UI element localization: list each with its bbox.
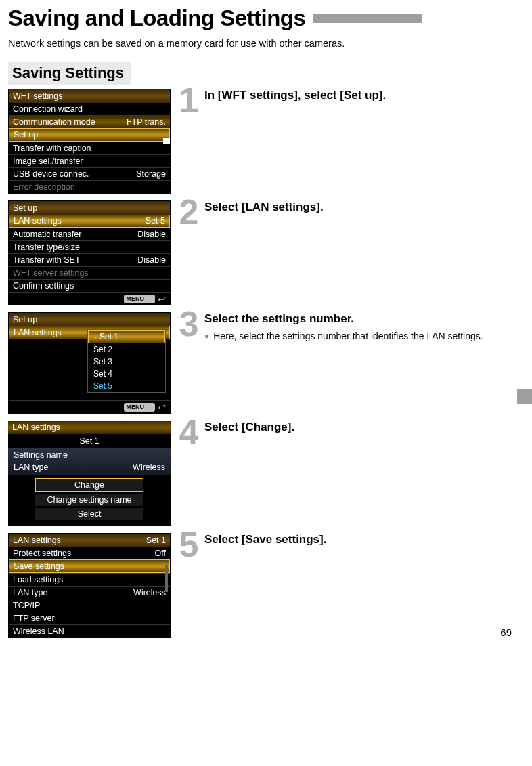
menu-row: FTP server	[9, 612, 170, 624]
step-title: In [WFT settings], select [Set up].	[204, 89, 524, 102]
step-title: Select the settings number.	[204, 312, 524, 326]
menu-row: Load settings	[9, 573, 170, 586]
dialog-button: Select	[35, 508, 143, 520]
menu-row: Automatic transferDisable	[9, 228, 170, 240]
popup-row-highlighted: Set 5	[88, 380, 165, 392]
menu-row: USB device connec.Storage	[9, 167, 170, 180]
dialog-subtitle: Set 1	[8, 434, 171, 448]
screen-wft-settings: WFT settings Connection wizard Communica…	[8, 89, 171, 194]
menu-row-disabled: WFT server settings	[9, 266, 170, 279]
step-number: 1	[173, 85, 204, 116]
screen-header: WFT settings	[9, 89, 170, 103]
menu-row: Transfer with SETDisable	[9, 253, 170, 266]
title-decorative-bar	[313, 14, 422, 23]
step-4: LAN settings Set 1 Settings name LAN typ…	[8, 421, 524, 526]
screen-set-up-popup: Set up LAN settings ▸Set 1 Set 2 Set 3 S…	[8, 312, 171, 414]
popup-row: Set 2	[88, 343, 165, 356]
menu-row-selected: LAN settingsSet 5	[9, 215, 170, 228]
dialog-button: Change settings name	[35, 494, 143, 506]
screen-lan-settings-dialog: LAN settings Set 1 Settings name LAN typ…	[8, 421, 171, 526]
settings-number-popup: ▸Set 1 Set 2 Set 3 Set 4 Set 5	[87, 329, 166, 393]
screen-set-up: Set up LAN settingsSet 5 Automatic trans…	[8, 200, 171, 305]
menu-row-disabled: Error description	[9, 180, 170, 193]
step-1: WFT settings Connection wizard Communica…	[8, 89, 524, 194]
menu-row: Connection wizard	[9, 103, 170, 115]
scrollbar-indicator	[163, 138, 170, 144]
screen-header: LAN settings Set 1	[9, 534, 170, 547]
menu-row: Image sel./transfer	[9, 154, 170, 167]
menu-row: Protect settingsOff	[9, 547, 170, 559]
menu-row: Wireless LAN	[9, 624, 170, 637]
menu-row: Transfer with caption	[9, 142, 170, 154]
step-2: Set up LAN settingsSet 5 Automatic trans…	[8, 200, 524, 305]
dialog-line: Settings name	[8, 449, 171, 461]
step-5: LAN settings Set 1 Protect settingsOff S…	[8, 533, 524, 638]
popup-row-selected: ▸Set 1	[88, 330, 165, 343]
screen-lan-settings-list: LAN settings Set 1 Protect settingsOff S…	[8, 533, 171, 638]
bullet-icon: ●	[204, 330, 209, 343]
step-title: Select [Change].	[204, 421, 524, 434]
menu-row-selected: Set up	[9, 128, 170, 142]
step-number: 4	[173, 417, 204, 448]
dialog-header: LAN settings	[8, 421, 171, 434]
section-header: Saving Settings	[8, 62, 131, 85]
step-3: Set up LAN settings ▸Set 1 Set 2 Set 3 S…	[8, 312, 524, 414]
popup-row: Set 4	[88, 368, 165, 380]
menu-row-selected: Save settings	[9, 559, 170, 573]
menu-row: Transfer type/size	[9, 240, 170, 253]
step-number: 5	[173, 529, 204, 561]
screen-footer: MENU⮐	[9, 400, 170, 413]
menu-badge-icon: MENU	[124, 295, 156, 303]
menu-row: LAN typeWireless	[9, 586, 170, 599]
menu-badge-icon: MENU	[124, 403, 156, 412]
step-number: 3	[173, 308, 204, 340]
step-title: Select [Save settings].	[204, 533, 524, 547]
intro-text: Network settings can be saved on a memor…	[8, 38, 524, 49]
step-title: Select [LAN settings].	[204, 200, 524, 214]
screen-header: Set up	[9, 201, 170, 215]
menu-row: TCP/IP	[9, 599, 170, 612]
menu-row: Communication modeFTP trans.	[9, 115, 170, 128]
step-bullet: ● Here, select the settings number that …	[204, 330, 524, 343]
screen-footer: MENU⮐	[9, 292, 170, 305]
side-tab-marker	[517, 389, 532, 404]
page-number: 69	[500, 626, 512, 638]
step-number: 2	[173, 196, 204, 228]
scrollbar-indicator	[165, 565, 168, 592]
dialog-button-selected: Change	[35, 478, 143, 492]
popup-row: Set 3	[88, 356, 165, 368]
page-title: Saving and Loading Settings	[8, 5, 305, 31]
menu-row: Confirm settings	[9, 279, 170, 292]
divider	[8, 56, 524, 56]
screen-header: Set up	[9, 313, 170, 326]
dialog-line: LAN typeWireless	[8, 461, 171, 473]
